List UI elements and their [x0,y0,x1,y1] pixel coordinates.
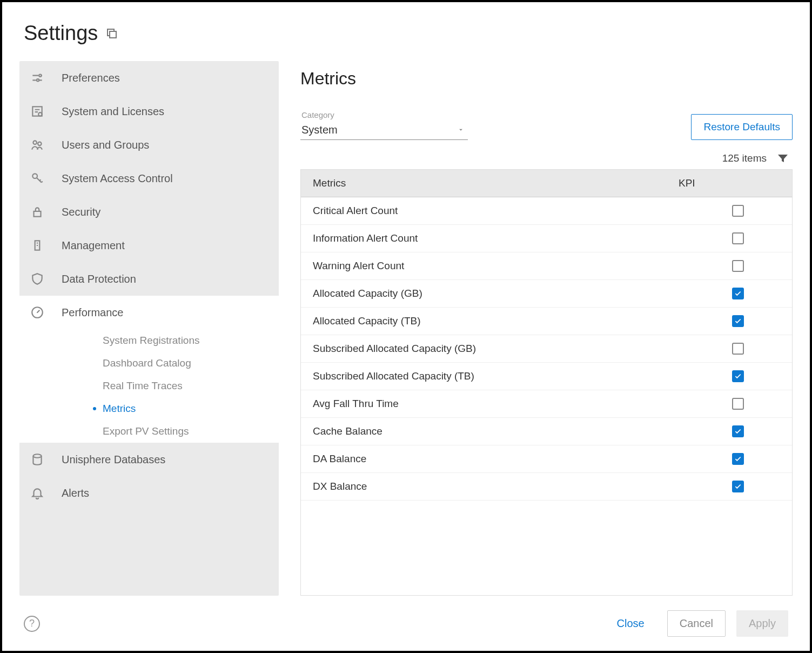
sidebar-item-system-licenses[interactable]: System and Licenses [19,95,279,128]
table-row[interactable]: Cache Balance [301,418,792,445]
bell-icon [29,485,45,501]
category-value: System [301,124,338,136]
sidebar-item-databases[interactable]: Unisphere Databases [19,443,279,476]
sidebar-item-performance[interactable]: Performance [19,296,279,329]
sidebar-item-label: Management [62,239,125,252]
sidebar-item-label: Preferences [62,72,120,84]
sub-item-real-time-traces[interactable]: Real Time Traces [19,375,279,397]
svg-point-4 [38,112,42,116]
sidebar-item-security[interactable]: Security [19,195,279,229]
metric-name: Allocated Capacity (TB) [301,308,684,335]
kpi-checkbox[interactable] [732,425,744,437]
kpi-cell [684,282,792,305]
sub-item-dashboard-catalog[interactable]: Dashboard Catalog [19,352,279,375]
page-title: Settings [24,22,98,45]
header: Settings [2,2,810,61]
kpi-cell [684,337,792,360]
copy-icon[interactable] [105,27,118,40]
database-icon [29,451,45,468]
sub-item-system-registrations[interactable]: System Registrations [19,329,279,352]
sub-item-metrics[interactable]: Metrics [19,397,279,420]
metrics-table: Metrics KPI Critical Alert CountInformat… [300,169,793,596]
kpi-cell [684,255,792,277]
kpi-checkbox[interactable] [732,205,744,217]
performance-submenu: System Registrations Dashboard Catalog R… [19,329,279,443]
close-button[interactable]: Close [605,611,656,636]
svg-point-2 [37,79,39,81]
table-body[interactable]: Critical Alert CountInformation Alert Co… [301,197,792,595]
sidebar-item-users-groups[interactable]: Users and Groups [19,128,279,162]
col-header-kpi[interactable]: KPI [673,170,792,197]
svg-point-11 [33,454,41,458]
users-icon [29,137,45,153]
kpi-cell [684,310,792,332]
metric-name: Subscribed Allocated Capacity (TB) [301,363,684,390]
sidebar-item-access-control[interactable]: System Access Control [19,162,279,195]
sub-item-export-pv[interactable]: Export PV Settings [19,420,279,443]
kpi-checkbox[interactable] [732,453,744,465]
sidebar-item-alerts[interactable]: Alerts [19,476,279,510]
table-row[interactable]: Warning Alert Count [301,252,792,280]
category-row: Category System Restore Defaults [300,110,793,140]
kpi-checkbox[interactable] [732,232,744,244]
category-select[interactable]: System [300,122,468,140]
sidebar-item-label: Unisphere Databases [62,454,165,466]
metric-name: Warning Alert Count [301,252,684,279]
kpi-checkbox[interactable] [732,288,744,299]
metric-name: Cache Balance [301,418,684,445]
items-row: 125 items [300,152,793,165]
main-panel: Metrics Category System Restore Defaults… [300,61,793,596]
kpi-cell [684,392,792,415]
footer: ? Close Cancel Apply [2,596,810,651]
svg-point-6 [38,142,42,146]
cancel-button[interactable]: Cancel [667,610,726,637]
gauge-icon [29,304,45,321]
table-row[interactable]: Allocated Capacity (TB) [301,308,792,335]
shield-icon [29,271,45,287]
kpi-checkbox[interactable] [732,398,744,410]
kpi-cell [684,448,792,470]
svg-rect-8 [34,211,41,217]
table-row[interactable]: Allocated Capacity (GB) [301,280,792,308]
table-row[interactable]: Subscribed Allocated Capacity (TB) [301,363,792,390]
kpi-cell [684,420,792,443]
sliders-icon [29,70,45,86]
table-row[interactable]: Subscribed Allocated Capacity (GB) [301,335,792,363]
help-icon[interactable]: ? [24,616,40,632]
chevron-down-icon [457,124,465,136]
sidebar-item-management[interactable]: Management [19,229,279,262]
body: Preferences System and Licenses Users an… [2,61,810,596]
table-row[interactable]: DA Balance [301,445,792,473]
col-header-metric[interactable]: Metrics [301,170,673,197]
sidebar-item-label: Security [62,206,100,218]
kpi-checkbox[interactable] [732,481,744,492]
sidebar-item-label: Performance [62,306,124,319]
table-header: Metrics KPI [301,170,792,197]
sidebar-item-data-protection[interactable]: Data Protection [19,262,279,296]
key-icon [29,170,45,186]
kpi-cell [684,365,792,388]
metric-name: Allocated Capacity (GB) [301,280,684,307]
kpi-cell [684,199,792,222]
sidebar-item-label: Users and Groups [62,139,149,151]
kpi-checkbox[interactable] [732,370,744,382]
table-row[interactable]: DX Balance [301,473,792,501]
metric-name: Critical Alert Count [301,197,684,224]
kpi-checkbox[interactable] [732,260,744,272]
sidebar-item-label: System and Licenses [62,105,164,118]
table-row[interactable]: Information Alert Count [301,225,792,252]
sidebar-item-preferences[interactable]: Preferences [19,61,279,95]
kpi-checkbox[interactable] [732,343,744,355]
kpi-cell [684,227,792,250]
table-row[interactable]: Critical Alert Count [301,197,792,225]
category-field: Category System [300,110,468,140]
lock-icon [29,204,45,220]
filter-icon[interactable] [776,152,789,165]
svg-point-5 [33,141,36,144]
restore-defaults-button[interactable]: Restore Defaults [691,114,793,140]
kpi-checkbox[interactable] [732,315,744,327]
svg-rect-0 [110,31,116,38]
server-icon [29,237,45,254]
table-row[interactable]: Avg Fall Thru Time [301,390,792,418]
apply-button: Apply [736,610,788,637]
